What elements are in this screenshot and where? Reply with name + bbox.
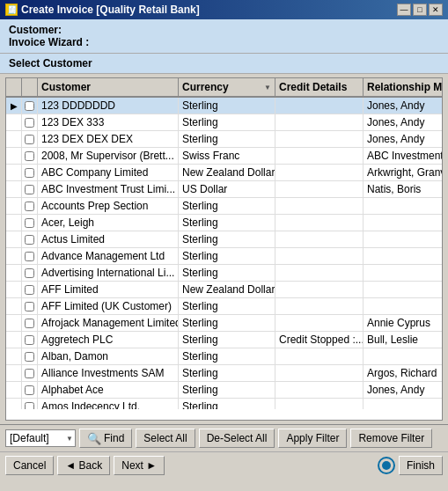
row-checkbox[interactable] [25,402,34,410]
row-checkbox[interactable] [25,118,34,128]
table-row[interactable]: Advertising International Li...Sterling [6,265,442,282]
row-arrow [6,181,22,197]
row-checkbox[interactable] [25,385,34,395]
maximize-button[interactable]: □ [413,4,427,16]
filter-dropdown[interactable]: [Default] Filter 1 Filter 2 [5,429,76,447]
row-checkbox-cell[interactable] [22,231,38,247]
row-checkbox-cell[interactable] [22,131,38,147]
row-currency: Sterling [179,382,275,398]
row-checkbox-cell[interactable] [22,98,38,114]
row-currency: Swiss Franc [179,148,275,164]
row-checkbox-cell[interactable] [22,165,38,180]
col-customer[interactable]: Customer [38,78,179,96]
table-row[interactable]: Amos Indecency Ltd.Sterling [6,399,442,409]
row-checkbox[interactable] [25,202,34,211]
table-row[interactable]: AFF LimitedNew Zealand Dollar [6,282,442,298]
search-icon: 🔍 [87,432,101,445]
row-checkbox[interactable] [25,335,34,345]
row-checkbox[interactable] [25,185,34,194]
row-currency: Sterling [179,98,275,114]
row-checkbox[interactable] [25,302,34,311]
next-button[interactable]: Next ► [114,456,165,475]
row-checkbox[interactable] [25,135,34,144]
row-arrow [6,215,22,231]
col-manager[interactable]: Relationship Man... [364,78,442,96]
row-checkbox-cell[interactable] [22,215,38,231]
row-customer: Afrojack Management Limited [38,315,179,331]
row-checkbox[interactable] [25,319,34,328]
table-row[interactable]: Advance Management LtdSterling [6,248,442,265]
table-row[interactable]: Aggretech PLCSterlingCredit Stopped :...… [6,332,442,348]
row-checkbox[interactable] [25,285,34,295]
row-customer: 2008, Mr Supervisor (Brett... [38,148,179,164]
section-title: Select Customer [0,54,448,74]
table-row[interactable]: ABC Company LimitedNew Zealand DollarArk… [6,165,442,181]
select-all-button[interactable]: Select All [136,429,195,448]
minimize-button[interactable]: — [397,4,411,16]
row-checkbox-cell[interactable] [22,282,38,297]
row-checkbox-cell[interactable] [22,315,38,331]
row-checkbox-cell[interactable] [22,181,38,197]
row-checkbox-cell[interactable] [22,248,38,264]
row-customer: Amos Indecency Ltd. [38,399,179,409]
row-manager [364,298,442,314]
table-row[interactable]: 2008, Mr Supervisor (Brett...Swiss Franc… [6,148,442,165]
row-checkbox-cell[interactable] [22,365,38,381]
deselect-all-button[interactable]: De-Select All [199,429,275,448]
table-row[interactable]: Alphabet AceSterlingJones, Andy [6,382,442,399]
row-currency: Sterling [179,215,275,231]
row-currency: Sterling [179,298,275,314]
row-checkbox-cell[interactable] [22,265,38,281]
row-currency: Sterling [179,114,275,130]
row-checkbox-cell[interactable] [22,198,38,214]
table-row[interactable]: Alban, DamonSterling [6,348,442,365]
table-row[interactable]: Alliance Investments SAMSterlingArgos, R… [6,365,442,382]
back-button[interactable]: ◄ Back [57,456,110,475]
row-checkbox[interactable] [25,369,34,378]
row-checkbox[interactable] [25,268,34,278]
row-checkbox[interactable] [25,218,34,228]
remove-filter-button[interactable]: Remove Filter [350,429,432,448]
row-arrow [6,282,22,297]
cancel-button[interactable]: Cancel [5,456,54,475]
row-checkbox-cell[interactable] [22,348,38,364]
row-customer: Alphabet Ace [38,382,179,398]
table-row[interactable]: ▶123 DDDDDDDSterlingJones, Andy [6,98,442,114]
row-customer: Aggretech PLC [38,332,179,348]
table-row[interactable]: AFF Limited (UK Customer)Sterling [6,298,442,315]
row-checkbox[interactable] [25,101,34,111]
row-checkbox[interactable] [25,151,34,161]
table-row[interactable]: ABC Investment Trust Limi...US DollarNat… [6,181,442,198]
row-credit: Credit Stopped :... [275,332,364,348]
row-checkbox[interactable] [25,252,34,261]
finish-button[interactable]: Finish [399,456,443,475]
row-manager: Arkwright, Granville [364,165,442,180]
table-row[interactable]: Afrojack Management LimitedSterlingAnnie… [6,315,442,332]
row-checkbox-cell[interactable] [22,298,38,314]
row-manager [364,231,442,247]
row-checkbox-cell[interactable] [22,114,38,130]
row-checkbox-cell[interactable] [22,148,38,164]
filter-dropdown-wrapper[interactable]: [Default] Filter 1 Filter 2 [5,429,76,447]
row-customer: Advertising International Li... [38,265,179,281]
row-arrow: ▶ [6,98,22,114]
close-button[interactable]: ✕ [429,4,443,16]
table-row[interactable]: 123 DEX DEX DEXSterlingJones, Andy [6,131,442,148]
find-button[interactable]: 🔍 Find [79,429,132,448]
apply-filter-button[interactable]: Apply Filter [278,429,347,448]
row-checkbox-cell[interactable] [22,382,38,398]
table-row[interactable]: Actus LimitedSterling [6,231,442,248]
table-row[interactable]: 123 DEX 333SterlingJones, Andy [6,114,442,131]
row-checkbox-cell[interactable] [22,332,38,348]
row-checkbox[interactable] [25,235,34,245]
row-customer: Advance Management Ltd [38,248,179,264]
row-arrow [6,348,22,364]
table-row[interactable]: Accounts Prep SectionSterling [6,198,442,215]
col-currency[interactable]: Currency ▼ [179,78,275,96]
col-credit[interactable]: Credit Details [275,78,364,96]
row-checkbox[interactable] [25,352,34,362]
row-checkbox-cell[interactable] [22,399,38,409]
row-currency: New Zealand Dollar [179,282,275,297]
table-row[interactable]: Acer, LeighSterling [6,215,442,231]
row-checkbox[interactable] [25,168,34,178]
